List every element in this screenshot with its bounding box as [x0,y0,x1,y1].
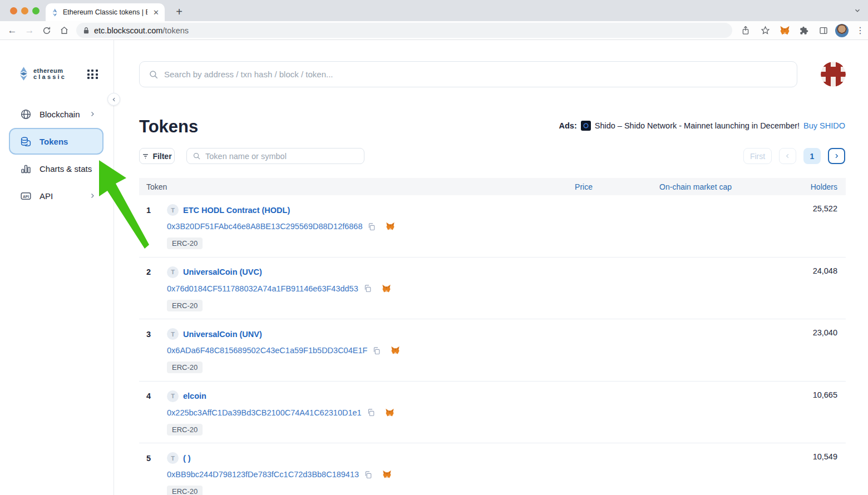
window-minimize-button[interactable] [21,7,28,14]
copy-icon[interactable] [364,471,372,479]
tab-close-icon[interactable]: ✕ [153,8,159,17]
profile-avatar[interactable] [835,24,849,37]
browser-menu-icon[interactable]: ⋮ [852,23,868,38]
sidebar-item-label: Tokens [40,137,68,146]
token-name-link[interactable]: UniversalCoin (UVC) [183,268,262,276]
sidebar-item-label: Blockchain [40,110,80,119]
ad-banner: Ads: Shido – Shido Network - Mainnet lau… [559,121,845,131]
lock-icon [83,27,90,34]
shido-ad-icon [581,121,591,131]
bar-chart-icon [20,163,32,175]
reload-icon[interactable] [39,23,55,38]
token-address-link[interactable]: 0x6ADa6F48C815689502C43eC1a59F1b5DD3C04E… [167,346,367,355]
table-row: 5 T ( ) 0xBB9bc244D798123fDe783fCc1C72d3… [139,443,846,495]
account-identicon[interactable] [821,62,846,87]
token-avatar: T [167,266,179,278]
metamask-add-icon[interactable] [382,470,392,479]
price-cell [495,319,601,381]
metamask-add-icon[interactable] [382,284,391,293]
sidebar-item-label: Charts & stats [40,164,92,174]
pagination-current-page[interactable]: 1 [803,148,821,164]
price-cell [495,258,601,319]
ad-link[interactable]: Buy SHIDO [803,121,845,130]
column-header-price[interactable]: Price [495,182,601,191]
holders-value: 24,048 [740,258,846,319]
copy-icon[interactable] [367,222,376,231]
extensions-puzzle-icon[interactable] [796,23,812,38]
column-header-holders[interactable]: Holders [740,182,846,191]
token-type-badge: ERC-20 [167,362,203,373]
window-close-button[interactable] [10,7,17,14]
token-address-link[interactable]: 0xBB9bc244D798123fDe783fCc1C72d3Bb8C1894… [167,470,359,479]
token-name-link[interactable]: elcoin [183,392,206,400]
sidebar-item-api[interactable]: API API [9,182,103,209]
pagination-first-button[interactable]: First [743,148,772,164]
sidebar-collapse-button[interactable] [107,93,120,106]
search-icon [149,70,159,80]
etc-diamond-icon [18,67,29,81]
column-header-token: Token [139,182,495,191]
pagination: First 1 [743,148,845,164]
globe-icon [20,108,32,120]
share-icon[interactable] [738,23,753,38]
pagination-next-button[interactable] [828,148,845,164]
side-panel-icon[interactable] [816,23,831,38]
forward-icon[interactable]: → [22,23,37,38]
metamask-add-icon[interactable] [386,222,395,231]
token-address-link[interactable]: 0x3B20DF51FAbc46e8A8BE13C295569D88D12f68… [167,222,362,231]
api-icon: API [20,190,32,202]
new-tab-button[interactable]: + [171,4,187,19]
ethereum-classic-logo[interactable]: ethereum classic [18,67,66,81]
token-rank: 3 [146,330,167,339]
metamask-extension-icon[interactable] [777,23,792,38]
metamask-add-icon[interactable] [391,346,400,355]
chevron-right-icon [89,110,96,119]
sidebar: ethereum classic Blockchain [0,40,114,495]
ad-text: Shido – Shido Network - Mainnet launchin… [595,121,800,130]
token-type-badge: ERC-20 [167,486,203,495]
token-name-search[interactable] [186,148,364,164]
browser-toolbar: ← → etc.blockscout.com/tokens [0,21,868,40]
market-cap-cell [601,319,740,381]
url-path: /tokens [162,26,189,35]
pagination-prev-button[interactable] [779,148,796,164]
filter-button[interactable]: Filter [139,148,175,164]
token-address-link[interactable]: 0x225bc3AffC1Da39Bd3CB2100C74A41C62310D1… [167,408,362,417]
token-name-link[interactable]: ETC HODL Contract (HODL) [183,206,290,215]
search-icon [193,152,201,160]
screen: Ethereum Classic tokens | Bloc ✕ + ← → [0,0,868,495]
copy-icon[interactable] [372,346,381,355]
back-icon[interactable]: ← [4,23,20,38]
browser-tab[interactable]: Ethereum Classic tokens | Bloc ✕ [46,3,165,21]
token-rank: 2 [146,268,167,276]
tab-list-chevron-icon[interactable] [854,7,861,17]
home-icon[interactable] [56,23,72,38]
token-avatar: T [167,204,179,216]
sidebar-item-charts-stats[interactable]: Charts & stats [9,155,103,182]
token-name-link[interactable]: ( ) [183,454,191,463]
apps-grid-icon[interactable] [87,70,98,80]
url-bar[interactable]: etc.blockscout.com/tokens [76,23,732,38]
token-search-input[interactable] [205,152,358,161]
token-address-link[interactable]: 0x76d0184CF511788032A74a1FB91146e63F43dd… [167,284,358,293]
blockscout-app: ethereum classic Blockchain [0,40,868,495]
price-cell [495,382,601,443]
sidebar-item-tokens[interactable]: Tokens [9,128,103,155]
metamask-add-icon[interactable] [385,408,394,417]
window-zoom-button[interactable] [32,7,40,14]
holders-value: 25,522 [740,195,846,257]
sidebar-item-blockchain[interactable]: Blockchain [9,101,103,127]
token-avatar: T [167,390,179,402]
global-search[interactable] [139,61,797,87]
token-rank: 5 [146,454,167,463]
token-avatar: T [167,328,179,340]
bookmark-star-icon[interactable] [757,23,773,38]
tab-title: Ethereum Classic tokens | Bloc [63,8,147,16]
column-header-market-cap[interactable]: On-chain market cap [601,182,740,191]
global-search-input[interactable] [164,70,788,79]
token-rank: 4 [146,392,167,400]
copy-icon[interactable] [367,408,375,417]
copy-icon[interactable] [363,284,372,293]
holders-value: 23,040 [740,319,846,381]
token-name-link[interactable]: UniversalCoin (UNV) [183,330,262,339]
